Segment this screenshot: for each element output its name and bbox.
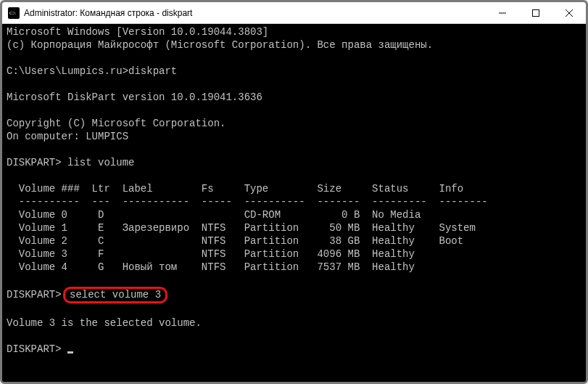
svg-rect-3 [533,9,539,16]
highlighted-command: select volume 3 [63,287,167,303]
minimize-button[interactable] [486,2,519,24]
table-row: Volume 1 E Зарезервиро NTFS Partition 50… [7,222,476,234]
cmd-window: C:\ Administrator: Командная строка - di… [0,0,588,384]
window-title: Administrator: Командная строка - diskpa… [24,8,486,18]
maximize-button[interactable] [519,2,552,24]
titlebar[interactable]: C:\ Administrator: Командная строка - di… [2,2,586,24]
close-button[interactable] [552,2,586,24]
table-row: Volume 2 C NTFS Partition 38 GB Healthy … [7,235,463,247]
volume-table-header: Volume ### Ltr Label Fs Type Size Status… [7,183,463,195]
table-row: Volume 3 F NTFS Partition 4096 MB Health… [7,248,415,260]
volume-table-divider: ---------- --- ----------- ----- -------… [7,196,488,208]
table-row: Volume 0 D CD-ROM 0 B No Media [7,209,421,221]
diskpart-prompt: DISKPART> [7,289,67,301]
svg-text:C:\: C:\ [9,10,16,16]
terminal-output[interactable]: Microsoft Windows [Version 10.0.19044.38… [2,24,586,382]
cmd-icon: C:\ [8,7,20,19]
cursor [67,351,73,354]
table-row: Volume 4 G Новый том NTFS Partition 7537… [7,261,415,273]
diskpart-prompt: DISKPART> [7,343,67,355]
command-response: Volume 3 is the selected volume. [7,317,202,329]
terminal-header-block: Microsoft Windows [Version 10.0.19044.38… [7,26,433,168]
